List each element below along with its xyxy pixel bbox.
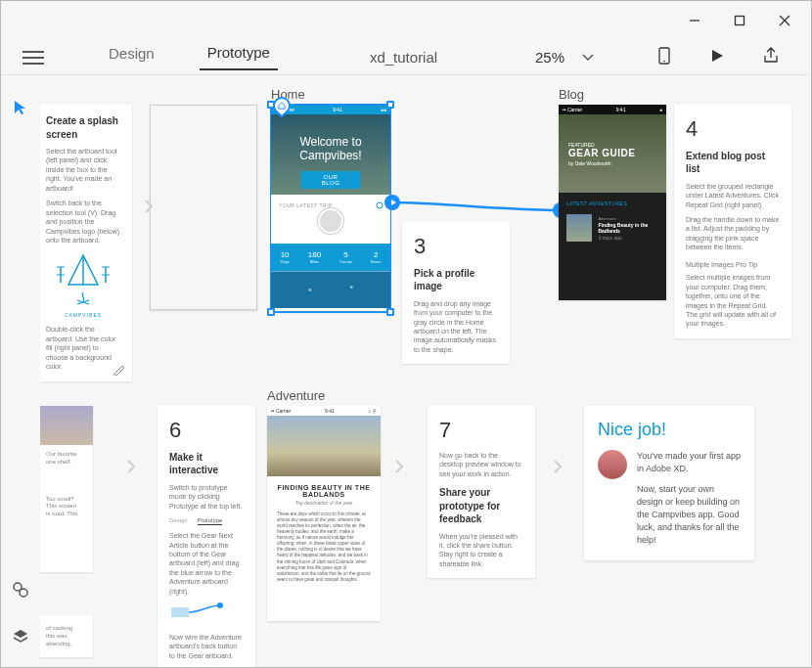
tab-design[interactable]: Design [101,45,162,69]
stats-row: 10Days 180Miles 5Camps 2Bears [271,244,390,271]
pencil-icon [113,362,126,376]
svg-rect-9 [171,607,189,617]
selection-handle[interactable] [267,308,275,316]
minimize-button[interactable] [672,5,717,36]
map-section [271,271,390,308]
svg-point-7 [20,589,27,597]
nice-job-card: Nice job! You've made your first app in … [584,406,754,560]
tutorial-fragment-left: Our favorite one shelf. Too small? This … [40,406,93,572]
document-name: xd_tutorial [370,49,437,66]
tutorial-note-6: 6 Make it interactive Switch to prototyp… [158,406,255,667]
flow-arrow-icon [144,199,154,218]
selection-handle[interactable] [386,101,394,109]
tent-icon [57,251,110,290]
tutorial-note-4: 4 Extend blog post list Select the group… [674,105,791,338]
svg-rect-1 [736,17,744,25]
share-icon[interactable] [762,47,780,68]
our-blog-button[interactable]: OUR BLOG [301,171,361,189]
close-button[interactable] [762,5,807,36]
hero: Welcome toCampvibes! OUR BLOG [271,114,390,195]
select-tool-icon[interactable] [12,99,29,120]
app-header: Design Prototype xd_tutorial 25% [1,40,811,75]
artboard-label-blog[interactable]: Blog [559,87,584,102]
flow-arrow-icon [553,459,563,478]
artboard-adventure[interactable]: •• Carrier9:41⌂ ⚲ FINDING BEAUTY IN THE … [267,406,381,621]
assets-icon[interactable] [12,581,29,602]
avatar [598,450,627,479]
device-preview-icon[interactable] [656,47,672,68]
canvas-pasteboard[interactable]: Create a splash screen Select the artboa… [40,75,811,667]
zoom-control[interactable]: 25% [535,49,594,66]
selection-handle[interactable] [386,308,394,316]
nice-job-title: Nice job! [598,420,741,440]
tab-prototype[interactable]: Prototype [200,44,278,70]
wire-source-handle[interactable] [384,195,400,210]
hamburger-menu-icon[interactable] [23,51,44,65]
settings-gear-icon [375,200,384,210]
svg-point-8 [377,202,383,208]
flow-arrow-icon [394,459,404,478]
list-item[interactable]: AdventureFinding Beauty in the Badlands3… [566,214,658,242]
artboard-home[interactable]: •• Carrier 9:41 ●● Welcome toCampvibes! … [271,105,390,312]
artboard-blog[interactable]: •• Carrier9:41● FEATURED GEAR GUIDE by D… [559,105,666,300]
tutorial-note-splash: Create a splash screen Select the artboa… [40,105,132,381]
trip-section: YOUR LATEST TRIP [271,195,390,244]
zoom-value: 25% [535,49,564,66]
wire-diagram-icon [169,601,228,623]
svg-point-10 [217,602,223,608]
tutorial-note-3: 3 Pick a profile image Drag and drop any… [402,222,510,364]
tutorial-note-7: 7 Now go back to the desktop preview win… [428,406,535,578]
flow-arrow-icon [126,459,136,478]
layers-icon[interactable] [12,628,29,649]
campfire-icon [75,290,91,306]
artboard-label-adventure[interactable]: Adventure [267,388,325,403]
svg-point-5 [663,60,665,62]
play-icon[interactable] [709,48,725,67]
window-titlebar [1,1,811,40]
chevron-down-icon [582,54,594,62]
maximize-button[interactable] [717,5,762,36]
tool-panel [1,79,40,667]
tutorial-fragment-left-2: of cooking this was attending, [40,615,93,657]
empty-artboard[interactable] [150,105,257,310]
profile-avatar-placeholder[interactable] [318,208,343,234]
